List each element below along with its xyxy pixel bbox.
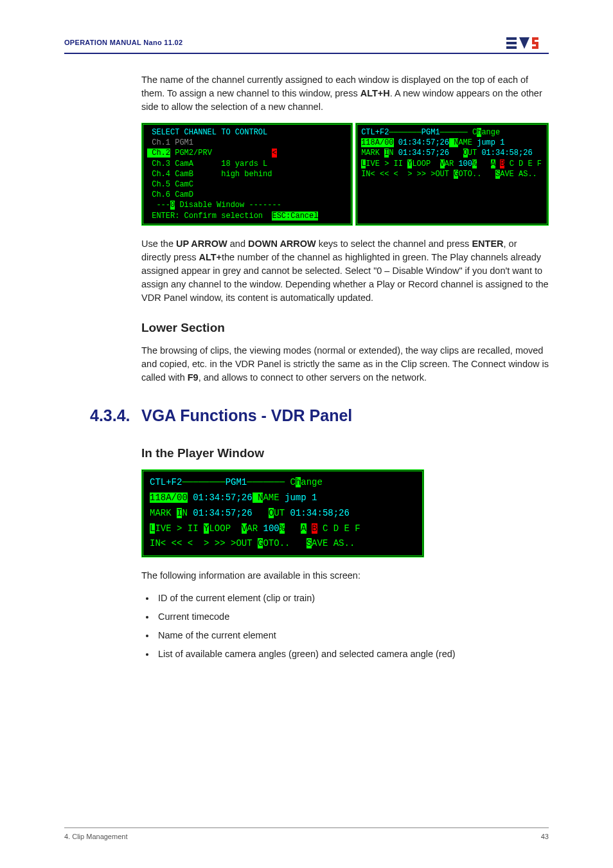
lower-section-paragraph: The browsing of clips, the viewing modes…	[141, 344, 549, 384]
list-item: Name of the current element	[155, 629, 549, 642]
player-window-heading: In the Player Window	[141, 444, 549, 462]
info-bullet-list: ID of the current element (clip or train…	[155, 592, 549, 661]
evs-logo	[506, 36, 549, 50]
section-title: VGA Functions - VDR Panel	[141, 404, 352, 427]
lower-section-heading: Lower Section	[141, 319, 549, 337]
list-item: ID of the current element (clip or train…	[155, 592, 549, 605]
intro-paragraph: The name of the channel currently assign…	[141, 73, 549, 114]
svg-rect-8	[532, 46, 538, 49]
terminal-dual-panel: SELECT CHANNEL TO CONTROL Ch.1 PGM1 Ch.2…	[141, 123, 549, 226]
instruction-paragraph: Use the UP ARROW and DOWN ARROW keys to …	[141, 237, 549, 305]
key-up-arrow: UP ARROW	[176, 239, 227, 249]
svg-rect-2	[506, 46, 517, 49]
vdr-player-panel-small: CTL+F2───────PGM1────── Change 118A/00 0…	[355, 123, 549, 226]
key-enter: ENTER	[472, 239, 503, 249]
svg-rect-0	[506, 37, 517, 40]
list-item: Current timecode	[155, 610, 549, 624]
page-header: OPERATION MANUAL Nano 11.02	[64, 36, 549, 54]
svg-marker-3	[519, 37, 529, 49]
svg-rect-1	[506, 42, 517, 44]
info-intro: The following information are available …	[141, 569, 549, 583]
manual-title: OPERATION MANUAL Nano 11.02	[64, 38, 182, 48]
key-down-arrow: DOWN ARROW	[248, 239, 316, 249]
vdr-player-panel-large: CTL+F2────────PGM1─────── Change 118A/00…	[141, 469, 424, 557]
page-footer: 4. Clip Management 43	[64, 827, 549, 842]
key-alt-plus: ALT+	[199, 252, 222, 262]
footer-page-number: 43	[541, 832, 549, 842]
key-f9: F9	[188, 372, 199, 383]
section-number: 4.3.4.	[90, 404, 141, 427]
select-channel-panel: SELECT CHANNEL TO CONTROL Ch.1 PGM1 Ch.2…	[141, 123, 353, 226]
key-alt-h: ALT+H	[360, 88, 390, 98]
section-heading-434: 4.3.4. VGA Functions - VDR Panel	[90, 404, 549, 427]
list-item: List of available camera angles (green) …	[155, 647, 549, 661]
footer-section: 4. Clip Management	[64, 832, 127, 842]
